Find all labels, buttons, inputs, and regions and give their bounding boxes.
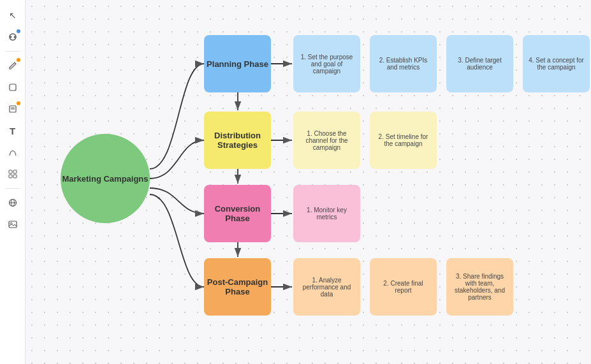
phase-planning[interactable]: Planning Phase: [204, 35, 271, 92]
globe-icon[interactable]: [4, 194, 22, 212]
postcampaign-card-1: 1. Analyze performance and data: [293, 258, 360, 316]
svg-rect-14: [9, 221, 17, 228]
conversion-card-1: 1. Monitor key metrics: [293, 185, 360, 242]
separator-1: [5, 51, 20, 52]
svg-rect-10: [13, 175, 17, 178]
connector-icon[interactable]: [4, 143, 22, 161]
cursor-icon[interactable]: ↖: [4, 6, 22, 24]
distribution-card-1: 1. Choose the channel for the campaign: [293, 112, 360, 169]
hand-icon[interactable]: [4, 28, 22, 46]
separator-2: [5, 188, 20, 189]
pen-icon[interactable]: [4, 57, 22, 75]
center-node[interactable]: Marketing Campaigns: [61, 134, 150, 223]
planning-card-1: 1. Set the purpose and goal of campaign: [293, 35, 360, 92]
planning-card-3: 3. Define target audience: [446, 35, 513, 92]
phase-distribution[interactable]: Distribution Strategies: [204, 112, 271, 169]
canvas: Marketing Campaigns Planning Phase Distr…: [26, 0, 591, 364]
planning-card-4: 4. Set a concept for the campaign: [523, 35, 590, 92]
svg-rect-9: [9, 175, 12, 178]
svg-rect-8: [13, 170, 17, 173]
text-icon[interactable]: T: [4, 122, 22, 140]
postcampaign-card-2: 2. Create final report: [370, 258, 437, 316]
toolbar: ↖ T: [0, 0, 26, 364]
image-icon[interactable]: [4, 215, 22, 233]
layout-icon[interactable]: [4, 165, 22, 183]
svg-point-1: [10, 36, 11, 38]
svg-rect-3: [10, 84, 16, 91]
svg-rect-7: [9, 170, 12, 173]
postcampaign-card-3: 3. Share findings with team, stakeholder…: [446, 258, 513, 316]
phase-postcampaign[interactable]: Post-Campaign Phase: [204, 258, 271, 316]
shape-icon[interactable]: [4, 78, 22, 96]
sticky-icon[interactable]: [4, 100, 22, 118]
distribution-card-2: 2. Set timeline for the campaign: [370, 112, 437, 169]
planning-card-2: 2. Establish KPIs and metrics: [370, 35, 437, 92]
svg-point-2: [13, 36, 15, 38]
phase-conversion[interactable]: Conversion Phase: [204, 185, 271, 242]
